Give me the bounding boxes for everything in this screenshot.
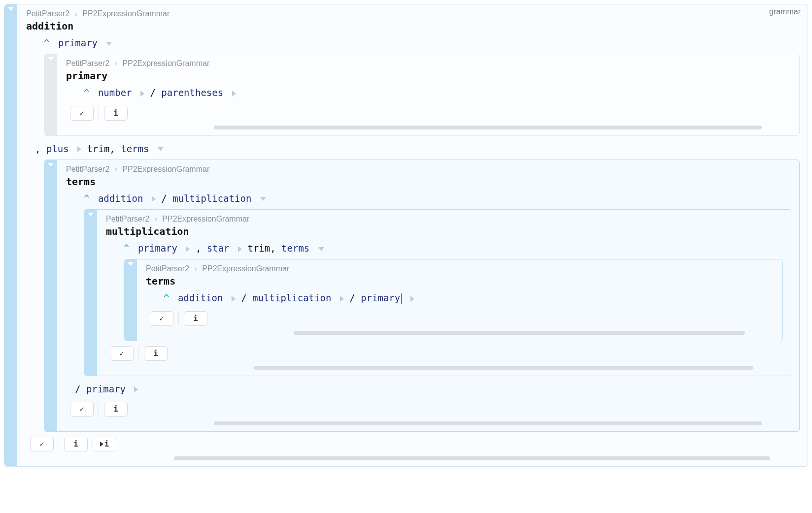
divider [99, 107, 99, 119]
expand-down-icon[interactable] [106, 42, 112, 46]
crumb-class[interactable]: PP2ExpressionGrammar [122, 165, 209, 173]
return-caret: ^ [164, 292, 169, 303]
separator-slash: / [349, 292, 361, 303]
expand-right-icon[interactable] [232, 91, 236, 96]
horizontal-scrollbar[interactable] [254, 366, 753, 370]
symbol-addition[interactable]: addition [178, 292, 223, 303]
accept-button[interactable] [150, 311, 173, 326]
expand-down-icon[interactable] [260, 197, 266, 201]
expand-right-icon[interactable] [134, 386, 138, 392]
crumb-class[interactable]: PP2ExpressionGrammar [162, 215, 249, 223]
expand-down-icon[interactable] [318, 247, 324, 251]
symbol-primary[interactable]: primary [361, 292, 400, 303]
symbol-terms[interactable]: terms [281, 243, 309, 254]
breadcrumb: PetitParser2 › PP2ExpressionGrammar [26, 9, 800, 18]
code-line[interactable]: ^ addition / multiplication [66, 191, 791, 206]
separator-slash: / [241, 292, 252, 303]
text-trim: trim, [87, 143, 121, 154]
root-panel: grammar PetitParser2 › PP2ExpressionGram… [4, 4, 808, 467]
separator-slash: / [150, 87, 161, 98]
crumb-package[interactable]: PetitParser2 [66, 59, 109, 67]
crumb-package[interactable]: PetitParser2 [146, 264, 189, 273]
chevron-right-icon: › [115, 165, 117, 173]
button-row: i [70, 402, 791, 417]
symbol-parentheses[interactable]: parentheses [161, 87, 223, 98]
return-caret: ^ [84, 193, 89, 204]
expand-down-icon [48, 163, 54, 166]
inner-terms-panel: PetitParser2 › PP2ExpressionGrammar term… [124, 259, 783, 341]
expand-right-icon[interactable] [140, 91, 144, 96]
crumb-class[interactable]: PP2ExpressionGrammar [122, 59, 209, 67]
inspect-button[interactable]: i [104, 402, 128, 417]
symbol-primary[interactable]: primary [58, 37, 98, 48]
symbol-primary[interactable]: primary [138, 243, 177, 254]
code-line[interactable]: , plus trim, terms [26, 141, 800, 157]
horizontal-scrollbar[interactable] [214, 421, 762, 425]
symbol-multiplication[interactable]: multiplication [252, 292, 331, 303]
horizontal-scrollbar[interactable] [214, 126, 762, 129]
crumb-class[interactable]: PP2ExpressionGrammar [202, 264, 289, 273]
crumb-package[interactable]: PetitParser2 [26, 9, 69, 18]
crumb-class[interactable]: PP2ExpressionGrammar [82, 9, 169, 18]
play-inspect-label: i [104, 440, 109, 449]
expand-down-icon [8, 7, 14, 11]
expand-down-icon [88, 213, 94, 216]
expand-right-icon[interactable] [410, 296, 414, 302]
code-line[interactable]: ^ number / parentheses [66, 85, 791, 100]
inspect-button[interactable]: i [104, 106, 128, 121]
symbol-number[interactable]: number [98, 87, 132, 98]
expand-gutter[interactable] [44, 54, 57, 135]
code-line[interactable]: ^ addition / multiplication / [146, 290, 775, 306]
inspect-button[interactable]: i [64, 437, 88, 451]
expand-gutter[interactable] [4, 4, 17, 466]
code-line[interactable]: ^ primary [26, 35, 800, 51]
inspect-button[interactable]: i [144, 346, 168, 361]
divider [138, 348, 139, 359]
prefix-slash: / [75, 384, 86, 394]
expand-right-icon[interactable] [238, 246, 242, 252]
inspect-button[interactable]: i [184, 311, 207, 326]
expand-gutter[interactable] [124, 259, 137, 340]
separator-slash: / [161, 193, 172, 204]
expand-gutter[interactable] [44, 160, 57, 431]
crumb-package[interactable]: PetitParser2 [106, 215, 149, 223]
divider [59, 438, 59, 450]
symbol-star[interactable]: star [207, 243, 230, 254]
expand-right-icon[interactable] [186, 246, 190, 252]
symbol-primary[interactable]: primary [86, 384, 126, 394]
accept-button[interactable] [70, 402, 94, 417]
chevron-right-icon: › [195, 264, 197, 273]
expand-right-icon[interactable] [152, 196, 156, 202]
accept-button[interactable] [110, 346, 134, 361]
symbol-multiplication[interactable]: multiplication [172, 193, 251, 204]
chevron-right-icon: › [75, 9, 77, 18]
breadcrumb: PetitParser2 › PP2ExpressionGrammar [66, 165, 791, 174]
accept-button[interactable] [30, 437, 54, 451]
prefix-comma: , [35, 143, 46, 154]
breadcrumb: PetitParser2 › PP2ExpressionGrammar [146, 264, 775, 273]
text-cursor [401, 293, 402, 304]
code-line[interactable]: / primary [66, 381, 791, 397]
expand-right-icon[interactable] [340, 296, 344, 302]
crumb-package[interactable]: PetitParser2 [66, 165, 109, 173]
text-trim: trim, [247, 243, 281, 254]
expand-down-icon[interactable] [158, 147, 164, 151]
symbol-addition[interactable]: addition [98, 193, 143, 204]
grammar-tag: grammar [769, 7, 801, 16]
expand-down-icon [48, 57, 54, 61]
chevron-right-icon: › [155, 215, 157, 223]
accept-button[interactable] [70, 106, 94, 121]
expand-right-icon[interactable] [232, 296, 236, 302]
button-row: i [110, 346, 783, 361]
code-line[interactable]: ^ primary , star trim, terms [106, 240, 783, 256]
method-title: primary [66, 70, 791, 82]
horizontal-scrollbar[interactable] [294, 331, 745, 335]
expand-down-icon [128, 262, 134, 266]
horizontal-scrollbar[interactable] [174, 456, 770, 460]
symbol-plus[interactable]: plus [46, 143, 69, 154]
expand-right-icon[interactable] [77, 146, 81, 152]
symbol-terms[interactable]: terms [121, 143, 149, 154]
play-inspect-button[interactable]: i [93, 437, 116, 451]
expand-gutter[interactable] [84, 210, 97, 376]
terms-panel: PetitParser2 › PP2ExpressionGrammar term… [44, 160, 800, 432]
